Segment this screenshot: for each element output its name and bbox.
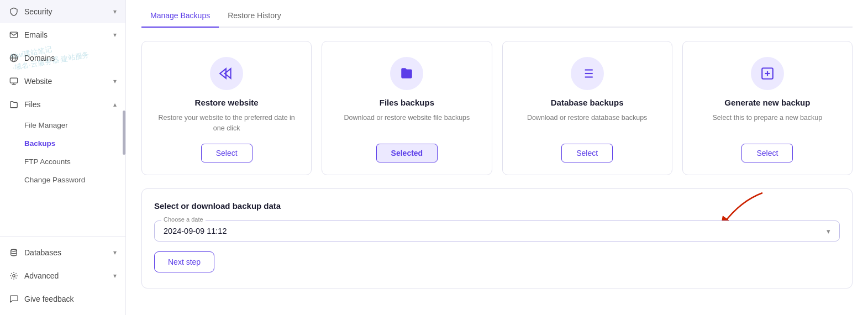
sidebar-item-emails-label: Emails (24, 30, 48, 39)
rewind-icon (219, 66, 234, 81)
sidebar-item-domains[interactable]: Domains (0, 46, 125, 70)
generate-backup-desc: Select this to prepare a new backup (713, 113, 823, 135)
card-restore-website: Restore website Restore your website to … (141, 41, 312, 175)
sidebar-item-website-label: Website (24, 77, 52, 86)
backup-data-section: Select or download backup data Choose a … (141, 188, 853, 288)
next-step-button[interactable]: Next step (154, 251, 214, 272)
chevron-down-icon-emails: ▾ (113, 31, 117, 39)
mail-icon (9, 30, 19, 40)
plus-square-icon (760, 66, 775, 81)
chevron-down-icon-databases: ▾ (113, 249, 117, 256)
dropdown-chevron-icon: ▾ (827, 227, 830, 235)
sidebar-item-security[interactable]: Security ▾ (0, 0, 125, 23)
tab-manage-backups[interactable]: Manage Backups (141, 4, 219, 28)
generate-backup-title: Generate new backup (724, 98, 810, 107)
svg-rect-4 (10, 78, 17, 83)
sidebar: Kiwi建站笔记·域名·云服务器·建站服务 Security ▾ Emails … (0, 0, 126, 315)
date-field-value: 2024-09-09 11:12 (164, 227, 827, 235)
files-backups-desc: Download or restore website file backups (344, 113, 470, 135)
restore-website-icon-wrap (210, 57, 243, 90)
main-content: Manage Backups Restore History Restore w… (126, 0, 868, 315)
svg-point-7 (11, 249, 17, 251)
restore-website-desc: Restore your website to the preferred da… (153, 113, 300, 135)
sidebar-sub-file-manager[interactable]: File Manager (0, 116, 125, 134)
folder-filled-icon (399, 66, 414, 81)
sidebar-item-emails[interactable]: Emails ▾ (0, 23, 125, 46)
chat-icon (9, 294, 19, 304)
chevron-up-icon-files: ▴ (113, 101, 117, 108)
scrollbar[interactable] (123, 111, 125, 155)
generate-backup-select-button[interactable]: Select (741, 144, 793, 162)
database-backups-icon-wrap (571, 57, 604, 90)
monitor-icon (9, 76, 19, 86)
chevron-down-icon: ▾ (113, 8, 117, 15)
files-backups-selected-button[interactable]: Selected (376, 144, 438, 162)
database-backups-select-button[interactable]: Select (561, 144, 613, 162)
chevron-down-icon-advanced: ▾ (113, 272, 117, 280)
sidebar-bottom: Databases ▾ Advanced ▾ Give feedback (0, 236, 125, 315)
sidebar-item-website[interactable]: Website ▾ (0, 70, 125, 93)
generate-backup-icon-wrap (751, 57, 784, 90)
database-backups-desc: Download or restore database backups (527, 113, 648, 135)
sidebar-item-advanced[interactable]: Advanced ▾ (0, 264, 125, 287)
settings-icon (9, 271, 19, 281)
list-icon (580, 66, 595, 81)
shield-icon (9, 7, 19, 17)
files-backups-title: Files backups (380, 98, 434, 107)
svg-rect-0 (10, 32, 17, 38)
sidebar-sub-change-password[interactable]: Change Password (0, 171, 125, 189)
sidebar-sub-ftp[interactable]: FTP Accounts (0, 153, 125, 171)
sidebar-item-feedback[interactable]: Give feedback (0, 287, 125, 311)
card-database-backups: Database backups Download or restore dat… (502, 41, 672, 175)
sidebar-sub-backups[interactable]: Backups (0, 134, 125, 153)
files-backups-icon-wrap (390, 57, 423, 90)
card-files-backups: Files backups Download or restore websit… (322, 41, 492, 175)
sidebar-item-databases[interactable]: Databases ▾ (0, 241, 125, 264)
sidebar-item-files[interactable]: Files ▴ (0, 93, 125, 116)
section-title: Select or download backup data (154, 201, 840, 211)
date-field-label: Choose a date (161, 216, 206, 223)
globe-icon (9, 53, 19, 63)
sidebar-item-security-label: Security (24, 7, 52, 16)
chevron-down-icon-website: ▾ (113, 77, 117, 85)
restore-website-title: Restore website (195, 98, 259, 107)
database-backups-title: Database backups (551, 98, 624, 107)
date-section: Choose a date 2024-09-09 11:12 ▾ (154, 221, 840, 242)
date-field[interactable]: Choose a date 2024-09-09 11:12 ▾ (154, 221, 840, 242)
database-icon (9, 248, 19, 258)
main-inner: Manage Backups Restore History Restore w… (126, 0, 868, 315)
restore-website-select-button[interactable]: Select (201, 144, 252, 162)
backup-options-grid: Restore website Restore your website to … (141, 41, 853, 175)
svg-point-8 (13, 275, 15, 277)
card-generate-backup: Generate new backup Select this to prepa… (682, 41, 853, 175)
sidebar-item-domains-label: Domains (24, 54, 55, 62)
sidebar-item-files-label: Files (24, 100, 41, 109)
tabs-bar: Manage Backups Restore History (141, 0, 853, 28)
folder-icon (9, 99, 19, 109)
tab-restore-history[interactable]: Restore History (219, 4, 290, 28)
